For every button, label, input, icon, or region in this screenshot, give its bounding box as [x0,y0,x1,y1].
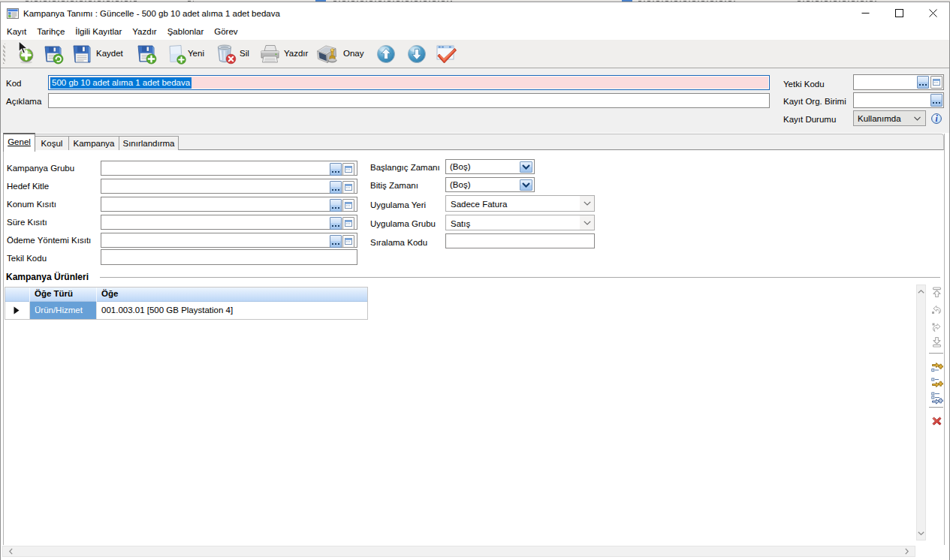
content-right-border [944,134,945,545]
scroll-right-button[interactable] [902,546,912,556]
row-indicator-cell [5,302,30,319]
move-up-icon[interactable] [376,44,396,64]
close-button[interactable] [916,2,950,24]
kampanya-grubu-input[interactable] [101,161,357,176]
grid-row[interactable]: Ürün/Hizmet 001.003.01 [500 GB Playstati… [5,302,367,319]
kayit-org-birimi-label: Kayıt Org. Birimi [783,96,846,107]
insert-line-below-icon[interactable] [931,378,943,389]
uygulama-grubu-drop-zone[interactable] [580,215,594,230]
uygulama-grubu-label: Uygulama Grubu [370,218,436,229]
chevron-down-icon [584,201,591,206]
grid-cell-oge-turu[interactable]: Ürün/Hizmet [30,302,96,319]
save-new-icon[interactable] [136,44,157,65]
horizontal-scrollbar[interactable] [2,546,915,557]
tekil-kodu-input[interactable] [101,249,357,265]
ellipsis-icon [332,243,339,245]
kod-selected-text: 500 gb 10 adet alıma 1 adet bedava [50,77,192,89]
move-first-icon[interactable] [931,287,942,298]
grid-cell-oge[interactable]: 001.003.01 [500 GB Playstation 4] [96,302,367,319]
maximize-button[interactable] [882,2,916,24]
tab-genel[interactable]: Genel [3,133,35,152]
sure-kisiti-input[interactable] [101,215,357,230]
delete-line-icon[interactable] [931,416,942,426]
menu-tarihce[interactable]: Tarihçe [32,25,70,39]
delete-button[interactable]: Sil [240,48,249,59]
uygulama-yeri-drop-zone[interactable] [580,196,594,211]
scroll-up-button[interactable] [917,287,925,297]
grid-header-oge-turu[interactable]: Öğe Türü [35,289,73,298]
ellipsis-icon [933,102,940,104]
kayit-org-birimi-lookup-button[interactable] [930,94,942,107]
insert-line-icon[interactable] [931,361,943,372]
konum-kisiti-lookup-button[interactable] [330,199,342,212]
menu-sablonlar[interactable]: Şablonlar [162,25,210,39]
konum-kisiti-input[interactable] [101,197,357,212]
scroll-left-button[interactable] [6,546,16,556]
odeme-yontemi-kisiti-input[interactable] [101,233,357,248]
kampanya-grubu-lookup-button[interactable] [330,163,342,176]
tab-sinirlandirma[interactable]: Sınırlandırma [119,136,179,150]
approve-icon[interactable] [316,44,341,65]
products-grid: Öğe Türü Öğe Ürün/Hizmet 001.003.01 [500… [5,287,368,320]
baslangic-zamani-select[interactable]: (Boş) [445,159,535,174]
close-icon [929,9,937,17]
yetki-kodu-detail-button[interactable] [930,76,942,89]
bitis-zamani-drop-button[interactable] [520,179,532,191]
approve-button[interactable]: Onay [343,48,364,59]
tab-kampanya[interactable]: Kampanya [68,136,119,150]
undo-move-icon[interactable] [931,304,942,315]
odeme-yontemi-kisiti-detail-button[interactable] [342,235,354,248]
odeme-yontemi-kisiti-label: Ödeme Yöntemi Kısıtı [7,235,91,245]
tab-genel-label: Genel [8,137,31,146]
sure-kisiti-detail-button[interactable] [342,217,354,230]
hedef-kitle-input[interactable] [101,179,357,194]
kayit-durumu-select[interactable]: Kullanımda [853,110,926,126]
confirm-icon[interactable] [434,44,457,65]
grid-header-oge[interactable]: Öğe [101,289,118,298]
sure-kisiti-lookup-button[interactable] [330,217,342,230]
uygulama-yeri-select[interactable]: Sadece Fatura [445,195,595,212]
aciklama-input[interactable] [48,93,770,108]
tab-kosul-label: Koşul [41,139,63,148]
bitis-zamani-label: Bitiş Zamanı [370,180,418,191]
konum-kisiti-label: Konum Kısıtı [7,199,56,209]
strip-separator [929,407,943,408]
minimize-button[interactable] [849,2,882,24]
tab-sinirlandirma-label: Sınırlandırma [122,139,174,148]
move-down-icon[interactable] [407,44,427,64]
menu-yazdir[interactable]: Yazdır [127,25,161,39]
save-button[interactable]: Kaydet [96,48,123,59]
hedef-kitle-lookup-button[interactable] [330,181,342,194]
menu-ilgili-kayitlar[interactable]: İlgili Kayıtlar [70,25,127,39]
save-refresh-icon[interactable] [43,44,64,65]
menu-kayit[interactable]: Kayıt [2,25,32,39]
uygulama-grubu-select[interactable]: Satış [445,215,595,230]
new-icon[interactable] [167,44,186,65]
redo-move-icon[interactable] [931,322,942,333]
vertical-scrollbar[interactable] [916,285,926,540]
group-rule [100,277,940,278]
print-icon[interactable] [259,44,281,65]
konum-kisiti-detail-button[interactable] [342,199,354,212]
toolbar-grip[interactable] [3,44,5,64]
odeme-yontemi-kisiti-lookup-button[interactable] [330,235,342,248]
yetki-kodu-lookup-button[interactable] [917,76,929,89]
print-button[interactable]: Yazdır [284,48,308,59]
siralama-kodu-input[interactable] [445,233,595,248]
tab-kosul[interactable]: Koşul [35,136,69,150]
move-last-icon[interactable] [931,336,942,348]
chevron-down-icon [918,531,924,535]
delete-icon[interactable] [216,44,237,65]
info-icon[interactable]: i [931,113,942,124]
kod-input[interactable]: 500 gb 10 adet alıma 1 adet bedava [48,75,770,90]
new-button[interactable]: Yeni [188,48,204,59]
insert-detail-line-icon[interactable] [931,392,943,405]
hedef-kitle-detail-button[interactable] [342,181,354,194]
menu-gorev[interactable]: Görev [209,25,243,39]
baslangic-zamani-drop-button[interactable] [520,161,532,173]
kampanya-grubu-detail-button[interactable] [342,163,354,176]
scroll-down-button[interactable] [917,528,925,538]
kampanya-grubu-label: Kampanya Grubu [7,163,74,173]
bitis-zamani-select[interactable]: (Boş) [445,177,535,192]
save-icon[interactable] [71,44,92,65]
